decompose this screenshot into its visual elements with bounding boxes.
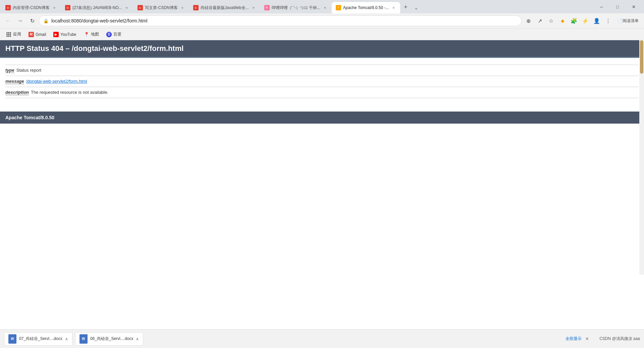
error-header: HTTP Status 404 – /dongtai-web-servlet2/… <box>0 40 644 58</box>
tab-4-label: 尚硅谷最新版JavaWeb全... <box>201 5 249 11</box>
status-bar-text: CSDN @清风微凉 aaa <box>599 336 640 342</box>
bookmark-apps[interactable]: 应用 <box>3 30 24 39</box>
toolbar-right: ⊕ ↗ ☆ ◆ 🧩 ⚡ 👤 ⋮ <box>523 15 613 26</box>
close-button[interactable]: ✕ <box>626 1 641 12</box>
restore-button[interactable]: □ <box>610 1 625 12</box>
tab-1-close[interactable]: × <box>52 5 57 10</box>
tabs-area: C 内容管理-CSDN博客 × C (27条消息) JAVAWEB-NO... … <box>0 0 591 13</box>
bookmark-youtube-label: YouTube <box>60 32 76 37</box>
show-all-downloads-button[interactable]: 全部显示 <box>566 336 582 342</box>
profile-icon[interactable]: 👤 <box>591 15 602 26</box>
tab-6-label: Apache Tomcat/8.0.50 -... <box>343 5 389 10</box>
new-tab-button[interactable]: + <box>401 3 410 12</box>
maps-icon: 📍 <box>84 32 89 37</box>
description-row: description The requested resource is no… <box>5 90 639 95</box>
error-title: HTTP Status 404 – /dongtai-web-servlet2/… <box>5 44 183 53</box>
download-info-1: 07_尚硅谷_Servl....docx <box>19 336 62 342</box>
tab-4-favicon: C <box>193 5 199 10</box>
divider-1 <box>5 76 639 76</box>
download-chevron-1[interactable]: ∧ <box>65 337 68 341</box>
browser-frame: C 内容管理-CSDN博客 × C (27条消息) JAVAWEB-NO... … <box>0 0 644 40</box>
divider-2 <box>5 87 639 87</box>
back-button[interactable]: ← <box>3 15 13 26</box>
download-info-2: 06_尚硅谷_Servl....docx <box>90 336 133 342</box>
tab-1[interactable]: C 内容管理-CSDN博客 × <box>1 2 61 13</box>
extension-icon-3[interactable]: ⚡ <box>580 15 591 26</box>
tab-3-close[interactable]: × <box>180 5 185 10</box>
translate-icon[interactable]: ⊕ <box>523 15 534 26</box>
scrollbar[interactable] <box>639 40 644 275</box>
tab-5-label: 哔哩哔哩（' '-）つロ 干杯... <box>272 5 320 11</box>
reading-list-button[interactable]: 📄 阅读清单 <box>615 15 641 26</box>
bookmark-icon[interactable]: ☆ <box>546 15 556 26</box>
error-body: type Status report message /dongtai-web-… <box>0 58 644 105</box>
divider-3 <box>5 98 639 98</box>
minimize-button[interactable]: ─ <box>594 1 609 12</box>
extension-icon-1[interactable]: ◆ <box>557 15 568 26</box>
address-bar[interactable]: 🔒 <box>39 15 522 26</box>
tab-6-favicon: T <box>336 5 341 10</box>
extension-icon-2[interactable]: 🧩 <box>569 15 579 26</box>
tab-list-button[interactable]: ⌄ <box>412 3 421 12</box>
tab-6[interactable]: T Apache Tomcat/8.0.50 -... × <box>332 2 400 13</box>
tab-5-favicon: B <box>264 5 270 10</box>
bookmark-apps-label: 应用 <box>13 31 21 37</box>
tab-4[interactable]: C 尚硅谷最新版JavaWeb全... × <box>189 2 260 13</box>
bookmark-gmail-label: Gmail <box>36 32 46 37</box>
bookmark-youtube[interactable]: ▶ YouTube <box>50 30 79 39</box>
bookmark-maps[interactable]: 📍 地图 <box>80 30 102 39</box>
message-key: message <box>5 79 24 84</box>
forward-button[interactable]: → <box>15 15 25 26</box>
tab-3-favicon: C <box>138 5 143 10</box>
security-icon: 🔒 <box>43 18 49 23</box>
tab-5-close[interactable]: × <box>322 5 328 10</box>
baidu-icon: 百 <box>106 32 112 37</box>
apps-icon <box>6 32 11 37</box>
divider-top <box>5 65 639 65</box>
tab-5[interactable]: B 哔哩哔哩（' '-）つロ 干杯... × <box>260 2 332 13</box>
error-footer: Apache Tomcat/8.0.50 <box>0 112 644 124</box>
download-chevron-2[interactable]: ∧ <box>136 337 139 341</box>
bookmark-gmail[interactable]: M Gmail <box>25 30 49 39</box>
download-doc-icon-2: W <box>79 334 88 344</box>
download-name-2: 06_尚硅谷_Servl....docx <box>90 336 133 342</box>
footer-text: Apache Tomcat/8.0.50 <box>5 115 54 120</box>
tab-2-label: (27条消息) JAVAWEB-NO... <box>72 5 122 11</box>
type-row: type Status report <box>5 68 639 73</box>
description-key: description <box>5 90 29 95</box>
download-doc-icon-1: W <box>8 334 16 344</box>
top-bar: C 内容管理-CSDN博客 × C (27条消息) JAVAWEB-NO... … <box>0 0 644 13</box>
bookmark-maps-label: 地图 <box>91 31 99 37</box>
description-value: The requested resource is not available. <box>31 90 108 95</box>
tab-3[interactable]: C 写文章-CSDN博客 × <box>133 2 189 13</box>
download-item-1[interactable]: W 07_尚硅谷_Servl....docx ∧ <box>4 332 72 346</box>
tab-2-favicon: C <box>65 5 70 10</box>
type-key: type <box>5 68 14 73</box>
type-value: Status report <box>16 68 41 73</box>
tab-1-favicon: C <box>5 5 11 10</box>
tab-6-close[interactable]: × <box>391 5 396 10</box>
share-icon[interactable]: ↗ <box>534 15 545 26</box>
tab-2[interactable]: C (27条消息) JAVAWEB-NO... × <box>61 2 133 13</box>
message-row: message /dongtai-web-servlet2/form.html <box>5 79 639 84</box>
download-item-2[interactable]: W 06_尚硅谷_Servl....docx ∧ <box>75 332 144 346</box>
tab-3-label: 写文章-CSDN博客 <box>145 5 178 11</box>
tab-2-close[interactable]: × <box>124 5 129 10</box>
tab-4-close[interactable]: × <box>251 5 256 10</box>
scrollbar-thumb[interactable] <box>640 40 643 74</box>
reading-list-icon: 📄 <box>618 18 623 23</box>
reload-button[interactable]: ↻ <box>27 15 38 26</box>
tab-1-label: 内容管理-CSDN博客 <box>13 5 50 11</box>
window-controls: ─ □ ✕ <box>591 1 644 12</box>
close-download-bar-button[interactable]: × <box>584 335 590 343</box>
page-content: HTTP Status 404 – /dongtai-web-servlet2/… <box>0 40 644 275</box>
reading-list-label: 阅读清单 <box>623 18 639 24</box>
bookmark-baidu[interactable]: 百 百度 <box>103 30 125 39</box>
address-input[interactable] <box>51 18 517 23</box>
download-bar: W 07_尚硅谷_Servl....docx ∧ W 06_尚硅谷_Servl.… <box>0 329 644 348</box>
gmail-icon: M <box>29 32 34 37</box>
message-value[interactable]: /dongtai-web-servlet2/form.html <box>26 79 87 84</box>
menu-icon[interactable]: ⋮ <box>603 15 613 26</box>
bookmarks-bar: 应用 M Gmail ▶ YouTube 📍 地图 百 百度 <box>0 28 644 40</box>
bookmark-baidu-label: 百度 <box>113 31 121 37</box>
